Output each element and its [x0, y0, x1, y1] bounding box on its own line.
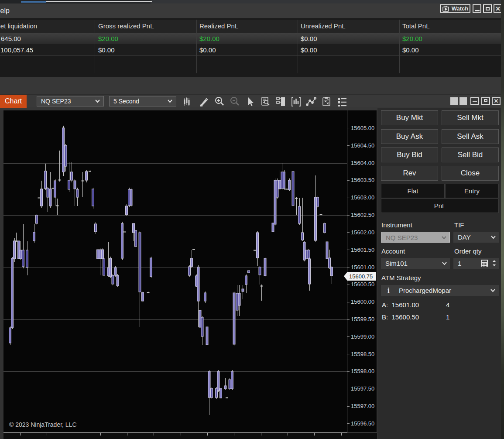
svg-text:15600.75: 15600.75 — [349, 273, 373, 280]
